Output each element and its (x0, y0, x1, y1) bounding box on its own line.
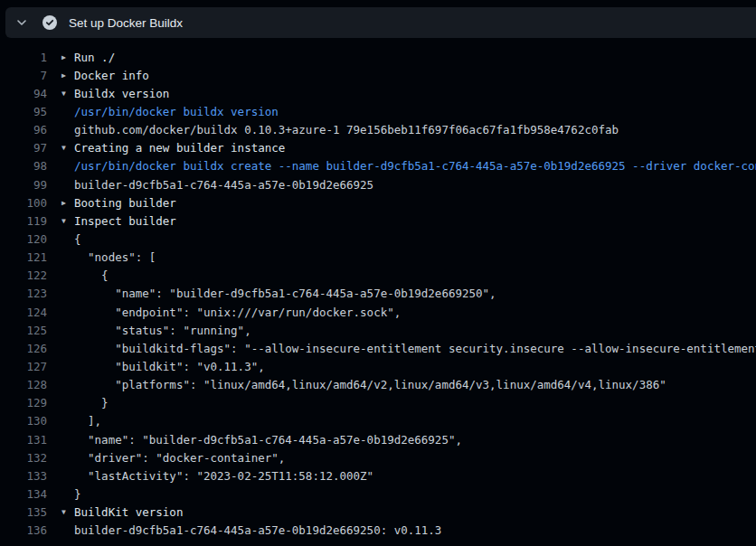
log-row: 132 "driver": "docker-container", (0, 448, 756, 466)
log-text: "driver": "docker-container", (74, 451, 285, 465)
line-number[interactable]: 123 (0, 287, 47, 300)
log-text: "endpoint": "unix:///var/run/docker.sock… (74, 306, 401, 319)
log-row: 136 builder-d9cfb5a1-c764-445a-a57e-0b19… (0, 522, 756, 540)
triangle-down-icon: ▼ (61, 89, 74, 98)
triangle-right-icon: ▶ (61, 199, 74, 207)
log-text: "nodes": [ (74, 250, 156, 264)
log-row: 96 github.com/docker/buildx 0.10.3+azure… (0, 121, 756, 139)
line-number[interactable]: 126 (0, 342, 47, 355)
triangle-right-icon: ▶ (61, 71, 74, 80)
log-group-row[interactable]: 97 ▼ Creating a new builder instance (0, 139, 756, 157)
log-row: 131 "name": "builder-d9cfb5a1-c764-445a-… (0, 430, 756, 448)
log-text: } (74, 487, 81, 501)
log-text: "buildkit": "v0.11.3", (74, 360, 265, 373)
line-number[interactable]: 133 (0, 469, 47, 483)
log-text: ], (74, 414, 101, 428)
log-text: Creating a new builder instance (74, 141, 285, 155)
log-row: 127 "buildkit": "v0.11.3", (0, 357, 756, 375)
log-text: builder-d9cfb5a1-c764-445a-a57e-0b19d2e6… (74, 178, 373, 192)
step-title: Set up Docker Buildx (69, 16, 183, 30)
log-group-row[interactable]: 119 ▼ Inspect builder (0, 212, 756, 230)
triangle-right-icon: ▶ (61, 53, 74, 61)
log-group-row[interactable]: 94 ▼ Buildx version (0, 84, 756, 102)
log-text: Booting builder (74, 196, 176, 210)
log-text: "name": "builder-d9cfb5a1-c764-445a-a57e… (74, 433, 462, 447)
log-text: } (74, 396, 109, 410)
log-row: 134 } (0, 485, 756, 503)
line-number[interactable]: 127 (0, 360, 47, 373)
line-number[interactable]: 130 (0, 414, 47, 428)
log-row: 120 { (0, 230, 756, 248)
log-row: 126 "buildkitd-flags": "--allow-insecure… (0, 339, 756, 357)
line-number[interactable]: 131 (0, 433, 47, 447)
log-row: 125 "status": "running", (0, 321, 756, 339)
line-number[interactable]: 122 (0, 268, 47, 282)
log-row: 99 builder-d9cfb5a1-c764-445a-a57e-0b19d… (0, 175, 756, 193)
triangle-down-icon: ▼ (61, 217, 74, 225)
line-number[interactable]: 135 (0, 505, 47, 519)
log-text: BuildKit version (74, 505, 183, 519)
log-text: Buildx version (74, 87, 169, 100)
log-row: 129 } (0, 394, 756, 412)
log-text: github.com/docker/buildx 0.10.3+azure-1 … (74, 123, 619, 136)
log-text: "status": "running", (74, 324, 251, 337)
line-number[interactable]: 99 (0, 178, 47, 192)
line-number[interactable]: 128 (0, 378, 47, 391)
log-group-row[interactable]: 100 ▶ Booting builder (0, 193, 756, 212)
log-text: Docker info (74, 69, 149, 82)
log-row: 98 /usr/bin/docker buildx create --name … (0, 157, 756, 175)
line-number[interactable]: 119 (0, 214, 47, 228)
log-text: "buildkitd-flags": "--allow-insecure-ent… (74, 342, 756, 355)
chevron-down-icon[interactable] (14, 15, 29, 30)
line-number[interactable]: 125 (0, 324, 47, 337)
triangle-down-icon: ▼ (61, 508, 74, 516)
log-row: 122 { (0, 267, 756, 285)
triangle-down-icon: ▼ (61, 144, 74, 152)
line-number[interactable]: 134 (0, 487, 47, 501)
line-number[interactable]: 98 (0, 159, 47, 173)
check-circle-icon (43, 15, 57, 30)
line-number[interactable]: 129 (0, 396, 47, 410)
line-number[interactable]: 100 (0, 196, 47, 210)
log-container: 1 ▶ Run ./ 7 ▶ Docker info 94 ▼ Buildx v… (0, 38, 756, 540)
log-group-row[interactable]: 7 ▶ Docker info (0, 66, 756, 84)
log-row: 95 /usr/bin/docker buildx version (0, 102, 756, 120)
log-text: Run ./ (74, 51, 115, 64)
line-number[interactable]: 96 (0, 123, 47, 136)
line-number[interactable]: 94 (0, 87, 47, 100)
log-group-row[interactable]: 1 ▶ Run ./ (0, 48, 756, 66)
line-number[interactable]: 120 (0, 232, 47, 246)
log-text: /usr/bin/docker buildx version (74, 105, 279, 118)
log-group-row[interactable]: 135 ▼ BuildKit version (0, 504, 756, 522)
line-number[interactable]: 7 (0, 69, 47, 82)
log-text: { (74, 232, 81, 246)
line-number[interactable]: 95 (0, 105, 47, 118)
log-row: 124 "endpoint": "unix:///var/run/docker.… (0, 303, 756, 321)
log-row: 123 "name": "builder-d9cfb5a1-c764-445a-… (0, 285, 756, 303)
line-number[interactable]: 1 (0, 51, 47, 64)
log-row: 128 "platforms": "linux/amd64,linux/amd6… (0, 376, 756, 394)
log-text: Inspect builder (74, 214, 176, 228)
line-number[interactable]: 132 (0, 451, 47, 465)
log-text: /usr/bin/docker buildx create --name bui… (74, 159, 756, 173)
log-row: 133 "lastActivity": "2023-02-25T11:58:12… (0, 466, 756, 485)
line-number[interactable]: 136 (0, 523, 47, 537)
log-text: builder-d9cfb5a1-c764-445a-a57e-0b19d2e6… (74, 523, 441, 537)
log-row: 130 ], (0, 412, 756, 430)
log-text: "platforms": "linux/amd64,linux/amd64/v2… (74, 378, 666, 391)
line-number[interactable]: 97 (0, 141, 47, 155)
log-text: { (74, 268, 109, 282)
log-text: "lastActivity": "2023-02-25T11:58:12.000… (74, 469, 373, 483)
line-number[interactable]: 121 (0, 250, 47, 264)
log-row: 121 "nodes": [ (0, 249, 756, 267)
log-text: "name": "builder-d9cfb5a1-c764-445a-a57e… (74, 287, 496, 300)
line-number[interactable]: 124 (0, 306, 47, 319)
step-header[interactable]: Set up Docker Buildx (5, 7, 756, 38)
